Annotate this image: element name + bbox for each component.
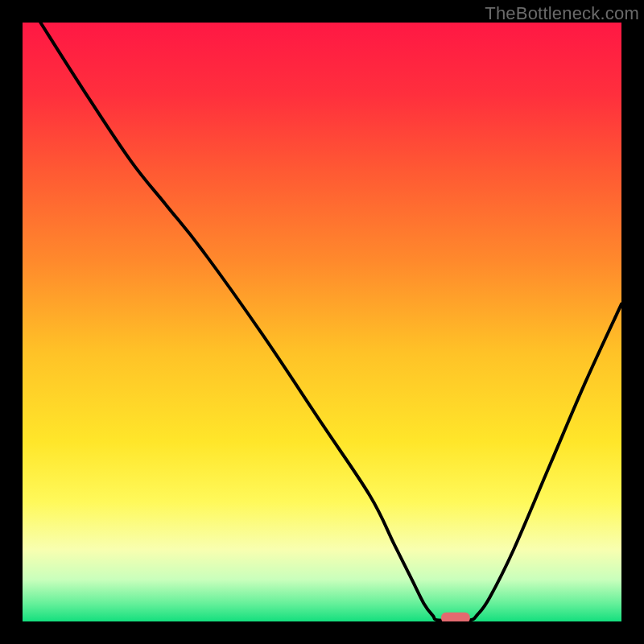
chart-svg xyxy=(23,23,621,621)
chart-plot-area xyxy=(23,23,621,621)
gradient-background xyxy=(23,23,621,621)
chart-frame: TheBottleneck.com xyxy=(0,0,644,644)
watermark-text: TheBottleneck.com xyxy=(485,3,639,24)
optimal-marker xyxy=(441,613,470,621)
